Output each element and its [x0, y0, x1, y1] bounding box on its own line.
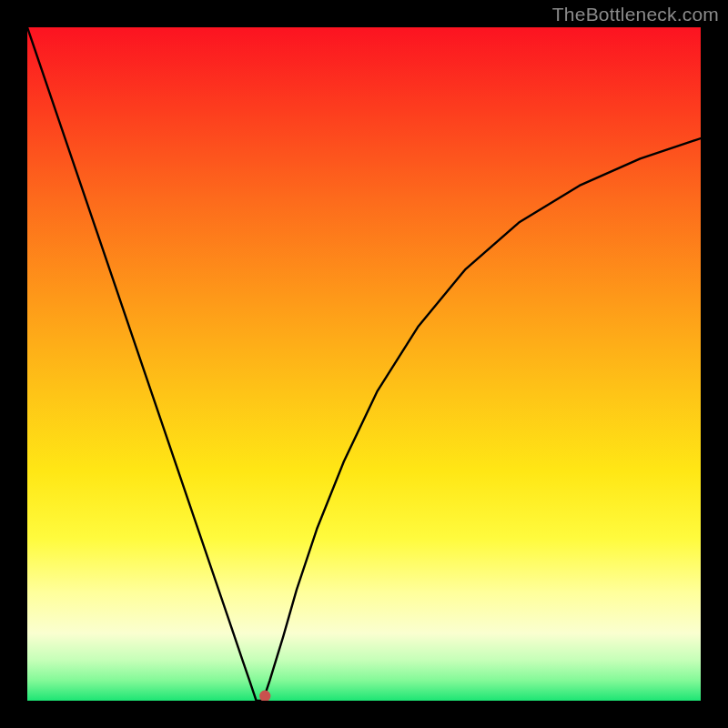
- bottleneck-curve: [27, 27, 701, 701]
- watermark-text: TheBottleneck.com: [552, 4, 719, 25]
- marker-dot: [259, 691, 270, 701]
- plot-area: [27, 27, 701, 701]
- curve-layer: [27, 27, 701, 701]
- chart-stage: TheBottleneck.com: [0, 0, 728, 728]
